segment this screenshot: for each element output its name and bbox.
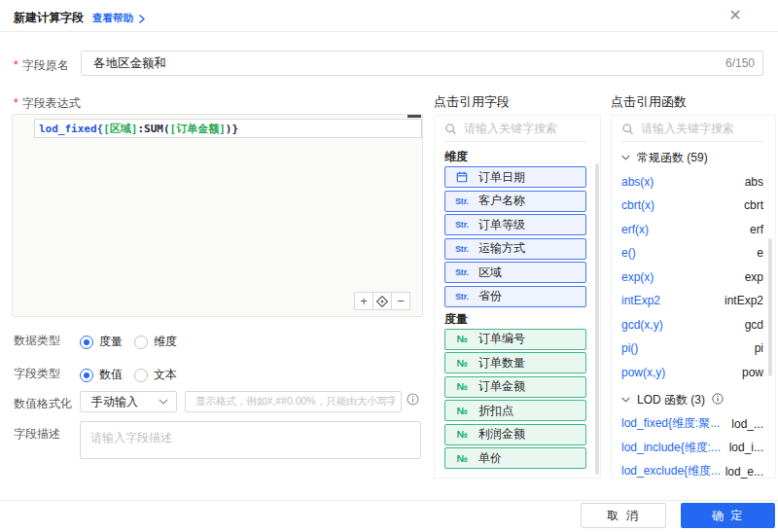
function-item[interactable]: abs(x)abs xyxy=(621,170,763,195)
functions-search-input[interactable]: 请输入关键字搜索 xyxy=(621,116,763,142)
function-name: erf xyxy=(750,223,763,236)
function-item[interactable]: e()e xyxy=(621,241,763,266)
format-select[interactable]: 手动输入 xyxy=(80,391,177,412)
info-icon[interactable] xyxy=(407,392,419,409)
field-type-radio-2[interactable] xyxy=(134,369,148,382)
data-type-radios: 度量维度 xyxy=(80,334,177,350)
focus-icon xyxy=(376,296,388,307)
search-icon xyxy=(444,123,457,135)
field-item-measure[interactable]: №单价 xyxy=(444,447,586,469)
field-item-dimension[interactable]: Str.运输方式 xyxy=(444,238,586,260)
function-signature: abs(x) xyxy=(621,175,654,189)
function-signature: erf(x) xyxy=(621,223,649,236)
field-item-label: 订单数量 xyxy=(478,355,525,372)
expression-label: *字段表达式 xyxy=(14,95,81,112)
field-item-dimension[interactable]: Str.省份 xyxy=(444,286,586,307)
data-type-radio-2[interactable] xyxy=(134,336,148,349)
field-item-label: 运输方式 xyxy=(478,240,525,257)
format-input[interactable]: 显示格式，例如#,##0.00%，只能由大小写字... xyxy=(185,391,402,412)
field-name-value: 各地区金额和 xyxy=(93,55,725,72)
chevron-right-icon xyxy=(138,15,146,23)
number-type-icon: № xyxy=(450,406,474,416)
field-item-measure[interactable]: №折扣点 xyxy=(444,400,586,421)
zoom-out-button[interactable]: − xyxy=(391,292,410,310)
field-item-label: 利润金额 xyxy=(478,426,525,443)
field-item-dimension[interactable]: Str.订单等级 xyxy=(444,214,586,235)
function-signature: intExp2 xyxy=(621,294,660,307)
function-name: exp xyxy=(745,270,763,284)
field-item-dimension[interactable]: Str.客户名称 xyxy=(444,191,586,212)
number-type-icon: № xyxy=(450,453,474,464)
description-label: 字段描述 xyxy=(14,426,60,443)
field-type-radio-1[interactable] xyxy=(80,369,93,382)
dimensions-label: 维度 xyxy=(444,148,586,165)
footer-divider xyxy=(0,500,778,501)
functions-panel-title: 点击引用函数 xyxy=(611,93,687,111)
function-signature: cbrt(x) xyxy=(621,198,654,212)
code-token: lod_fixed{ xyxy=(39,123,103,135)
function-signature: pi() xyxy=(621,341,638,355)
expression-code[interactable]: lod_fixed{[区域]:SUM([订单金额])} xyxy=(34,119,422,138)
editor-zoom-controls: + − xyxy=(354,292,410,310)
calendar-icon xyxy=(450,171,474,183)
fields-scrollbar[interactable] xyxy=(595,163,599,475)
chevron-down-icon xyxy=(621,397,630,403)
field-item-measure[interactable]: №利润金额 xyxy=(444,424,586,445)
function-item[interactable]: lod_include{维度:...lod_i... xyxy=(621,436,763,460)
function-signature: exp(x) xyxy=(621,270,654,284)
function-group-header[interactable]: 常规函数 (59) xyxy=(621,146,763,170)
function-item[interactable]: pi()pi xyxy=(621,337,763,361)
function-name: intExp2 xyxy=(725,294,763,307)
string-type-icon: Str. xyxy=(450,220,474,230)
field-item-measure[interactable]: №订单金额 xyxy=(444,376,586,398)
expression-editor[interactable]: lod_fixed{[区域]:SUM([订单金额])} + − xyxy=(12,114,423,317)
data-type-radio-1[interactable] xyxy=(80,336,93,349)
functions-scrollbar[interactable] xyxy=(768,238,772,376)
create-calc-field-dialog: 新建计算字段 查看帮助 ✕ *字段原名 各地区金额和 6/150 *字段表达式 … xyxy=(0,0,778,532)
field-item-measure[interactable]: №订单数量 xyxy=(444,352,586,373)
function-item[interactable]: intExp2intExp2 xyxy=(621,289,763,313)
function-signature: gcd(x,y) xyxy=(621,318,663,332)
info-icon[interactable] xyxy=(712,393,724,407)
field-item-label: 省份 xyxy=(478,288,502,304)
function-item[interactable]: pow(x,y)pow xyxy=(621,361,763,385)
field-item-measure[interactable]: №订单编号 xyxy=(444,329,586,350)
function-name: pi xyxy=(755,341,763,355)
function-item[interactable]: erf(x)erf xyxy=(621,218,763,242)
help-link[interactable]: 查看帮助 xyxy=(92,12,146,25)
confirm-button[interactable]: 确 定 xyxy=(681,503,775,528)
zoom-reset-button[interactable] xyxy=(372,292,392,310)
function-item[interactable]: cbrt(x)cbrt xyxy=(621,194,763,218)
function-item[interactable]: exp(x)exp xyxy=(621,266,763,290)
field-type-radios: 数值文本 xyxy=(80,367,177,383)
function-name: lod_i... xyxy=(729,441,763,454)
measures-label: 度量 xyxy=(444,310,586,328)
fields-search-input[interactable]: 请输入关键字搜索 xyxy=(444,116,586,142)
format-label: 数值格式化 xyxy=(14,396,72,412)
function-name: abs xyxy=(745,175,763,189)
function-item[interactable]: lod_fixed{维度:聚...lod_... xyxy=(621,412,763,437)
string-type-icon: Str. xyxy=(450,292,474,301)
code-token: )} xyxy=(226,123,238,135)
function-group-header[interactable]: LOD 函数 (3) xyxy=(621,388,763,412)
description-textarea[interactable]: 请输入字段描述 xyxy=(80,421,421,459)
function-signature: lod_exclude{维度... xyxy=(621,463,721,479)
field-type-label: 字段类型 xyxy=(14,366,60,382)
chevron-down-icon xyxy=(621,155,630,160)
function-item[interactable]: gcd(x,y)gcd xyxy=(621,313,763,337)
cancel-button[interactable]: 取 消 xyxy=(581,503,666,528)
field-item-dimension[interactable]: Str.区域 xyxy=(444,262,586,283)
code-token: [区域] xyxy=(103,122,137,136)
field-item-label: 订单编号 xyxy=(478,331,525,347)
function-item[interactable]: lod_exclude{维度...lod_e... xyxy=(621,460,763,484)
function-signature: lod_include{维度:... xyxy=(621,440,721,456)
close-icon[interactable]: ✕ xyxy=(725,6,745,25)
editor-scrollbar[interactable] xyxy=(407,115,421,118)
function-group-title: LOD 函数 (3) xyxy=(637,392,705,408)
field-item-dimension[interactable]: 订单日期 xyxy=(444,166,586,188)
zoom-in-button[interactable]: + xyxy=(354,292,373,310)
field-type-radio-label: 数值 xyxy=(99,367,123,383)
field-type-radio-label: 文本 xyxy=(154,367,177,383)
field-name-input[interactable]: 各地区金额和 6/150 xyxy=(81,51,763,76)
field-item-label: 订单等级 xyxy=(478,217,525,233)
